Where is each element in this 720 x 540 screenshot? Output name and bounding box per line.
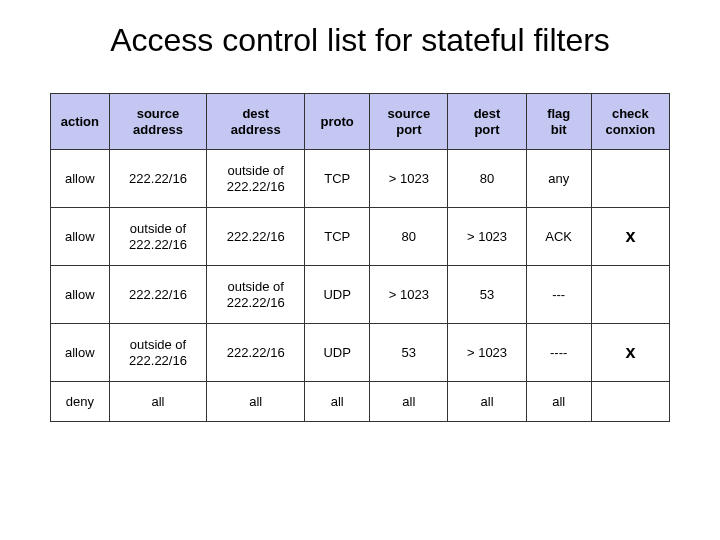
table-row: allow outside of 222.22/16 222.22/16 TCP… (51, 208, 670, 266)
cell-check (591, 266, 669, 324)
cell-action: allow (51, 266, 110, 324)
cell-proto: TCP (305, 208, 370, 266)
cell-sport: > 1023 (370, 266, 448, 324)
col-label: flagbit (547, 106, 570, 137)
table-row: deny all all all all all all (51, 382, 670, 422)
cell-daddr: all (207, 382, 305, 422)
cell-daddr: outside of 222.22/16 (207, 150, 305, 208)
cell-dport: > 1023 (448, 324, 526, 382)
table-row: allow 222.22/16 outside of 222.22/16 UDP… (51, 266, 670, 324)
cell-check: x (591, 208, 669, 266)
cell-sport: all (370, 382, 448, 422)
cell-daddr: 222.22/16 (207, 208, 305, 266)
col-label: destaddress (231, 106, 281, 137)
cell-flag: ---- (526, 324, 591, 382)
cell-action: deny (51, 382, 110, 422)
cell-daddr: 222.22/16 (207, 324, 305, 382)
cell-saddr: 222.22/16 (109, 266, 207, 324)
cell-action: allow (51, 208, 110, 266)
table-row: allow 222.22/16 outside of 222.22/16 TCP… (51, 150, 670, 208)
cell-dport: 80 (448, 150, 526, 208)
cell-proto: TCP (305, 150, 370, 208)
cell-flag: all (526, 382, 591, 422)
col-label: sourceaddress (133, 106, 183, 137)
cell-check (591, 382, 669, 422)
cell-saddr: outside of 222.22/16 (109, 324, 207, 382)
cell-check (591, 150, 669, 208)
col-label: destport (474, 106, 501, 137)
cell-saddr: 222.22/16 (109, 150, 207, 208)
table-header: action sourceaddress destaddress proto s… (51, 94, 670, 150)
cell-flag: ACK (526, 208, 591, 266)
cell-proto: all (305, 382, 370, 422)
page-title: Access control list for stateful filters (50, 22, 670, 59)
cell-action: allow (51, 324, 110, 382)
col-proto: proto (305, 94, 370, 150)
table-row: allow outside of 222.22/16 222.22/16 UDP… (51, 324, 670, 382)
col-dest-address: destaddress (207, 94, 305, 150)
cell-sport: 53 (370, 324, 448, 382)
cell-proto: UDP (305, 266, 370, 324)
col-action: action (51, 94, 110, 150)
cell-sport: > 1023 (370, 150, 448, 208)
col-dest-port: destport (448, 94, 526, 150)
cell-dport: 53 (448, 266, 526, 324)
table-body: allow 222.22/16 outside of 222.22/16 TCP… (51, 150, 670, 422)
cell-saddr: outside of 222.22/16 (109, 208, 207, 266)
col-source-port: sourceport (370, 94, 448, 150)
col-check-conxion: checkconxion (591, 94, 669, 150)
cell-daddr: outside of 222.22/16 (207, 266, 305, 324)
cell-dport: > 1023 (448, 208, 526, 266)
col-label: sourceport (388, 106, 431, 137)
cell-sport: 80 (370, 208, 448, 266)
col-source-address: sourceaddress (109, 94, 207, 150)
cell-saddr: all (109, 382, 207, 422)
acl-table: action sourceaddress destaddress proto s… (50, 93, 670, 422)
cell-dport: all (448, 382, 526, 422)
col-flag-bit: flagbit (526, 94, 591, 150)
cell-flag: any (526, 150, 591, 208)
cell-check: x (591, 324, 669, 382)
cell-action: allow (51, 150, 110, 208)
slide: Access control list for stateful filters… (0, 0, 720, 540)
col-label: checkconxion (605, 106, 655, 137)
cell-flag: --- (526, 266, 591, 324)
cell-proto: UDP (305, 324, 370, 382)
